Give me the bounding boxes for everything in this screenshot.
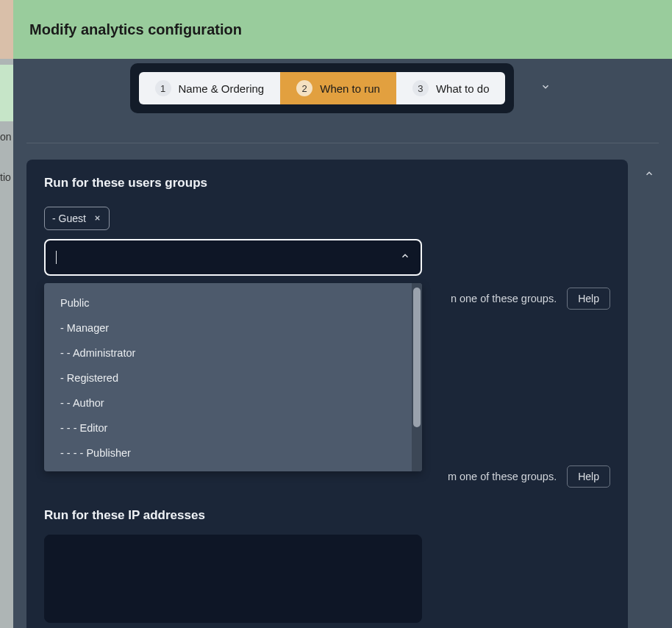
step-what-to-do[interactable]: 3 What to do <box>396 72 506 104</box>
helper-text-1: n one of these groups. <box>451 293 557 304</box>
dialog-body: 1 Name & Ordering 2 When to run 3 What t… <box>13 59 672 628</box>
close-icon[interactable] <box>93 213 101 224</box>
group-option[interactable]: - - - Editor <box>44 415 412 440</box>
dropdown-scrollbar[interactable] <box>412 283 422 471</box>
step-when-to-run[interactable]: 2 When to run <box>280 72 396 104</box>
help-button[interactable]: Help <box>567 465 610 488</box>
group-option[interactable]: - Registered <box>44 365 412 390</box>
chevron-up-icon[interactable] <box>640 164 659 186</box>
chevron-up-icon[interactable] <box>400 251 410 264</box>
chip-guest[interactable]: - Guest <box>44 207 110 230</box>
group-option[interactable]: - - Author <box>44 390 412 415</box>
section-title-ip-addresses: Run for these IP addresses <box>44 508 610 523</box>
helper-text-2: m one of these groups. <box>448 471 557 482</box>
ip-addresses-textarea[interactable] <box>44 535 422 623</box>
chevron-down-icon[interactable] <box>536 77 555 99</box>
dialog-header: Modify analytics configuration <box>13 0 672 59</box>
group-option[interactable]: - Manager <box>44 315 412 340</box>
group-combobox-field[interactable] <box>44 239 422 276</box>
step-number: 1 <box>155 80 171 96</box>
header-left-stub <box>0 0 13 59</box>
step-label: When to run <box>320 82 380 95</box>
group-option[interactable]: - - - - Publisher <box>44 440 412 465</box>
group-search-input[interactable] <box>57 251 400 264</box>
stepper: 1 Name & Ordering 2 When to run 3 What t… <box>130 63 515 113</box>
step-name-ordering[interactable]: 1 Name & Ordering <box>139 72 281 104</box>
group-option[interactable]: - - Administrator <box>44 340 412 365</box>
background-truncated-text-1: on <box>0 131 12 143</box>
background-active-tab-stub <box>0 65 13 121</box>
group-dropdown: Public- Manager- - Administrator- Regist… <box>44 283 422 471</box>
dropdown-scrollbar-thumb[interactable] <box>413 288 421 427</box>
section-title-user-groups: Run for these users groups <box>44 176 610 190</box>
selected-groups-chips: - Guest <box>44 207 610 230</box>
group-option[interactable]: Public <box>44 290 412 315</box>
step-label: What to do <box>436 82 490 95</box>
dialog-title: Modify analytics configuration <box>26 21 242 38</box>
group-combobox: Public- Manager- - Administrator- Regist… <box>44 239 422 276</box>
group-dropdown-list: Public- Manager- - Administrator- Regist… <box>44 283 412 471</box>
chip-label: - Guest <box>52 213 86 224</box>
step-number: 3 <box>412 80 429 96</box>
help-button[interactable]: Help <box>567 288 610 310</box>
stepper-row: 1 Name & Ordering 2 When to run 3 What t… <box>26 59 659 126</box>
step-number: 2 <box>296 80 312 96</box>
step-label: Name & Ordering <box>179 82 265 95</box>
divider <box>26 143 659 143</box>
background-truncated-text-2: tio <box>0 171 11 183</box>
card-run-config: Run for these users groups - Guest <box>26 160 628 628</box>
